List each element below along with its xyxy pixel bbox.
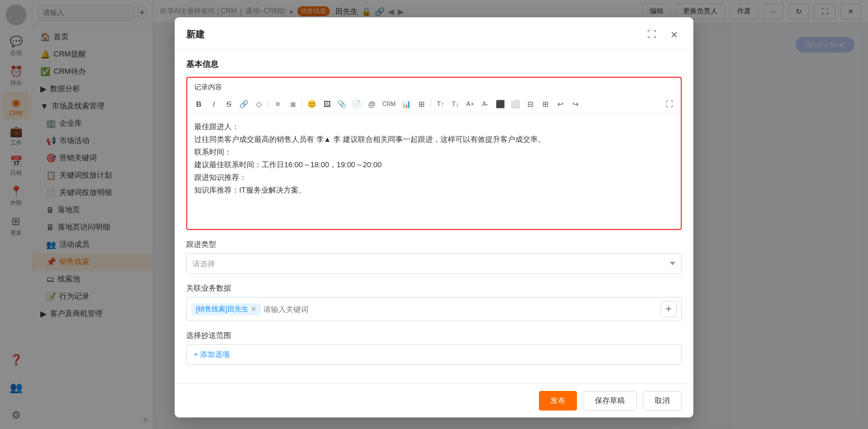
toolbar-divider-3 <box>431 99 431 108</box>
record-area: 记录内容 B I S 🔗 ◇ ≡ ≣ 😊 🖼 📎 📄 @ CRM 📊 ⊞ <box>186 77 682 230</box>
toolbar-divider-2 <box>302 99 303 108</box>
format-btn-4[interactable]: A- <box>478 97 492 111</box>
image-button[interactable]: 🖼 <box>320 97 334 111</box>
cancel-button[interactable]: 取消 <box>643 391 682 411</box>
ul-button[interactable]: ≡ <box>271 97 285 111</box>
link-toolbar-button[interactable]: 🔗 <box>237 97 251 111</box>
add-related-button[interactable]: + <box>661 301 677 317</box>
align-btn-1[interactable]: ⬛ <box>493 97 507 111</box>
redo-button[interactable]: ↪ <box>568 97 582 111</box>
content-line5: 跟进知识推荐： <box>194 171 674 184</box>
editor-toolbar: B I S 🔗 ◇ ≡ ≣ 😊 🖼 📎 📄 @ CRM 📊 ⊞ T↑ T↓ <box>187 95 681 114</box>
modal-title: 新建 <box>186 29 205 41</box>
new-record-modal: 新建 ⛶ ✕ 基本信息 记录内容 B I S 🔗 ◇ ≡ ≣ 😊 🖼 <box>175 17 693 417</box>
related-data-label: 关联业务数据 <box>186 283 682 293</box>
section-title: 基本信息 <box>186 59 682 70</box>
tag-search-input[interactable] <box>263 305 658 314</box>
copy-range-label: 选择抄送范围 <box>186 330 682 341</box>
content-line4: 建议最佳联系时间：工作日16:00～18:00，19:00～20:00 <box>194 159 674 171</box>
highlight-button[interactable]: ◇ <box>252 97 266 111</box>
strikethrough-button[interactable]: S <box>222 97 236 111</box>
editor-fullscreen-button[interactable]: ⛶ <box>662 97 676 111</box>
content-line6: 知识库推荐：IT服务业解决方案、 <box>194 184 674 197</box>
follow-type-label: 跟进类型 <box>186 239 682 250</box>
table-button[interactable]: ⊞ <box>414 97 428 111</box>
publish-button[interactable]: 发布 <box>539 391 577 411</box>
crm-button[interactable]: CRM <box>380 97 398 111</box>
format-btn-1[interactable]: T↑ <box>433 97 447 111</box>
modal-header-icons: ⛶ ✕ <box>644 27 682 43</box>
record-label: 记录内容 <box>187 78 681 95</box>
undo-button[interactable]: ↩ <box>553 97 567 111</box>
content-line2: 过往同类客户成交最高的销售人员有 李▲ 李 建议联合相关同事一起跟进，这样可以有… <box>194 133 674 146</box>
toolbar-divider-1 <box>268 99 269 108</box>
tag-item: [销售线索]田先生 ✕ <box>191 303 261 315</box>
indent-btn-1[interactable]: ⊟ <box>523 97 537 111</box>
related-data-field: 关联业务数据 [销售线索]田先生 ✕ + <box>186 283 682 321</box>
modal-close-button[interactable]: ✕ <box>666 27 682 43</box>
clip-button[interactable]: 📎 <box>335 97 349 111</box>
indent-btn-2[interactable]: ⊞ <box>538 97 552 111</box>
copy-range-field: 选择抄送范围 + 添加选项 <box>186 330 682 365</box>
tags-input-area[interactable]: [销售线索]田先生 ✕ + <box>186 297 682 321</box>
follow-type-field: 跟进类型 请选择 <box>186 239 682 274</box>
modal-header: 新建 ⛶ ✕ <box>175 17 693 50</box>
tag-close-button[interactable]: ✕ <box>251 305 256 313</box>
add-option-button[interactable]: + 添加选项 <box>186 344 682 365</box>
format-btn-3[interactable]: A+ <box>463 97 477 111</box>
chart-button[interactable]: 📊 <box>399 97 413 111</box>
ol-button[interactable]: ≣ <box>286 97 300 111</box>
at-button[interactable]: @ <box>365 97 379 111</box>
modal-expand-button[interactable]: ⛶ <box>644 27 660 43</box>
emoji-button[interactable]: 😊 <box>305 97 319 111</box>
modal-body: 基本信息 记录内容 B I S 🔗 ◇ ≡ ≣ 😊 🖼 📎 📄 @ CRM <box>175 50 693 383</box>
italic-button[interactable]: I <box>207 97 221 111</box>
modal-footer: 发布 保存草稿 取消 <box>175 383 693 417</box>
save-draft-button[interactable]: 保存草稿 <box>583 391 637 411</box>
tag-label: [销售线索]田先生 <box>196 304 248 314</box>
editor-content[interactable]: 最佳跟进人： 过往同类客户成交最高的销售人员有 李▲ 李 建议联合相关同事一起跟… <box>187 114 681 229</box>
content-line1: 最佳跟进人： <box>194 121 674 133</box>
content-line3: 联系时间： <box>194 146 674 159</box>
format-btn-2[interactable]: T↓ <box>448 97 462 111</box>
align-btn-2[interactable]: ⬜ <box>508 97 522 111</box>
follow-type-select[interactable]: 请选择 <box>186 253 682 274</box>
file-button[interactable]: 📄 <box>350 97 364 111</box>
bold-button[interactable]: B <box>192 97 206 111</box>
